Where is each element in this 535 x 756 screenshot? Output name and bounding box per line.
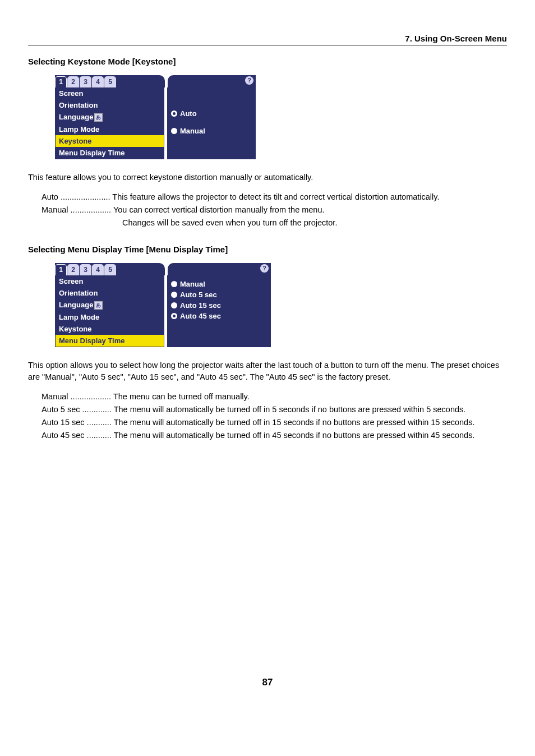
def-auto5: Auto 5 sec ............. The menu will a…	[41, 404, 507, 416]
def-note: Changes will be saved even when you turn…	[122, 217, 507, 229]
def-term: Auto 45 sec	[41, 430, 85, 441]
menu-right-panel: Manual Auto 5 sec Auto 15 sec Auto 45 se…	[167, 275, 271, 347]
def-desc: The menu will automatically be turned of…	[114, 405, 466, 414]
menu-item-menudisplaytime[interactable]: Menu Display Time	[56, 335, 164, 347]
radio-icon	[171, 292, 177, 298]
dots: ..................	[71, 205, 112, 214]
section2-defs: Manual .................. The menu can b…	[41, 391, 507, 441]
language-icon: あ	[94, 301, 103, 310]
tab-2[interactable]: 2	[67, 264, 79, 275]
tab-bar-right: ?	[168, 263, 271, 275]
menu-item-screen[interactable]: Screen	[56, 275, 164, 287]
def-term: Auto	[41, 191, 58, 203]
menu-item-orientation[interactable]: Orientation	[56, 99, 164, 111]
menu-widget-displaytime: 1 2 3 4 5 ? Screen Orientation Languageあ…	[55, 263, 271, 347]
tab-3[interactable]: 3	[80, 264, 91, 275]
def-term: Manual	[41, 391, 68, 403]
menu-item-orientation[interactable]: Orientation	[56, 287, 164, 299]
tab-5[interactable]: 5	[104, 76, 116, 87]
tab-bar-right: ?	[168, 75, 256, 87]
tab-1[interactable]: 1	[55, 76, 67, 87]
menu-item-language-label: Language	[59, 301, 93, 309]
section1-title: Selecting Keystone Mode [Keystone]	[28, 57, 507, 66]
section1-defs: Auto ...................... This feature…	[41, 191, 507, 229]
menu-item-keystone[interactable]: Keystone	[56, 323, 164, 335]
option-manual[interactable]: Manual	[171, 127, 252, 135]
radio-icon	[171, 128, 177, 134]
tab-4[interactable]: 4	[92, 264, 104, 275]
menu-item-menudisplaytime[interactable]: Menu Display Time	[56, 147, 164, 159]
dots: ..................	[71, 392, 112, 401]
def-auto45: Auto 45 sec ........... The menu will au…	[41, 430, 507, 441]
def-manual: Manual .................. You can correc…	[41, 204, 507, 216]
radio-icon	[171, 302, 177, 308]
option-label: Auto 5 sec	[180, 291, 217, 299]
menu-item-language-label: Language	[59, 113, 93, 121]
menu-right-panel: Auto Manual	[167, 87, 256, 159]
tab-2[interactable]: 2	[67, 76, 79, 87]
menu-item-language[interactable]: Languageあ	[56, 299, 164, 311]
section2-title: Selecting Menu Display Time [Menu Displa…	[28, 245, 507, 254]
menu-item-language[interactable]: Languageあ	[56, 111, 164, 123]
page: 7. Using On-Screen Menu Selecting Keysto…	[0, 0, 535, 711]
def-desc: This feature allows the projector to det…	[112, 192, 439, 201]
option-label: Manual	[180, 280, 205, 288]
radio-icon	[171, 110, 177, 117]
def-term: Auto 5 sec	[41, 404, 80, 416]
tab-1[interactable]: 1	[55, 264, 67, 275]
def-auto: Auto ...................... This feature…	[41, 191, 507, 203]
option-manual[interactable]: Manual	[171, 280, 267, 288]
def-desc: The menu can be turned off manually.	[113, 392, 250, 401]
dots: ...........	[87, 418, 112, 427]
tab-bar-left: 1 2 3 4 5	[55, 75, 165, 87]
def-manual: Manual .................. The menu can b…	[41, 391, 507, 403]
tab-bar-left: 1 2 3 4 5	[55, 263, 165, 275]
dots: .............	[82, 405, 112, 414]
option-label: Auto	[180, 109, 197, 118]
tab-5[interactable]: 5	[104, 264, 116, 275]
option-label: Auto 15 sec	[180, 301, 221, 310]
tab-3[interactable]: 3	[80, 76, 91, 87]
option-label: Auto 45 sec	[180, 312, 221, 320]
menu-item-lampmode[interactable]: Lamp Mode	[56, 123, 164, 135]
option-panel-keystone: Auto Manual	[168, 87, 255, 159]
def-auto15: Auto 15 sec ........... The menu will au…	[41, 417, 507, 428]
help-icon[interactable]: ?	[245, 76, 253, 85]
tab-bar: 1 2 3 4 5 ?	[55, 263, 271, 275]
radio-icon	[171, 281, 177, 287]
radio-icon	[171, 313, 177, 319]
option-auto45[interactable]: Auto 45 sec	[171, 312, 267, 320]
dots: ...........	[87, 431, 112, 440]
option-panel-displaytime: Manual Auto 5 sec Auto 15 sec Auto 45 se…	[168, 275, 270, 327]
menu-widget-keystone: 1 2 3 4 5 ? Screen Orientation Languageあ…	[55, 75, 256, 159]
menu-left-panel: Screen Orientation Languageあ Lamp Mode K…	[55, 275, 164, 347]
menu-item-keystone[interactable]: Keystone	[56, 135, 164, 147]
def-desc: You can correct vertical distortion manu…	[113, 205, 325, 214]
menu-item-screen[interactable]: Screen	[56, 87, 164, 99]
chapter-header: 7. Using On-Screen Menu	[28, 34, 507, 45]
help-icon[interactable]: ?	[260, 264, 269, 273]
menu-item-lampmode[interactable]: Lamp Mode	[56, 311, 164, 323]
def-term: Auto 15 sec	[41, 417, 85, 428]
tab-4[interactable]: 4	[92, 76, 104, 87]
option-auto[interactable]: Auto	[171, 109, 252, 118]
tab-bar: 1 2 3 4 5 ?	[55, 75, 256, 87]
menu-left-panel: Screen Orientation Languageあ Lamp Mode K…	[55, 87, 164, 159]
page-number: 87	[28, 677, 507, 688]
section2-body: This option allows you to select how lon…	[28, 359, 507, 383]
def-term: Manual	[41, 204, 68, 216]
section1-body: This feature allows you to correct keyst…	[28, 172, 507, 183]
option-label: Manual	[180, 127, 205, 135]
dots: ......................	[61, 192, 110, 201]
def-desc: The menu will automatically be turned of…	[114, 418, 475, 427]
option-auto15[interactable]: Auto 15 sec	[171, 301, 267, 310]
option-auto5[interactable]: Auto 5 sec	[171, 291, 267, 299]
language-icon: あ	[94, 113, 103, 122]
def-desc: The menu will automatically be turned of…	[114, 431, 475, 440]
